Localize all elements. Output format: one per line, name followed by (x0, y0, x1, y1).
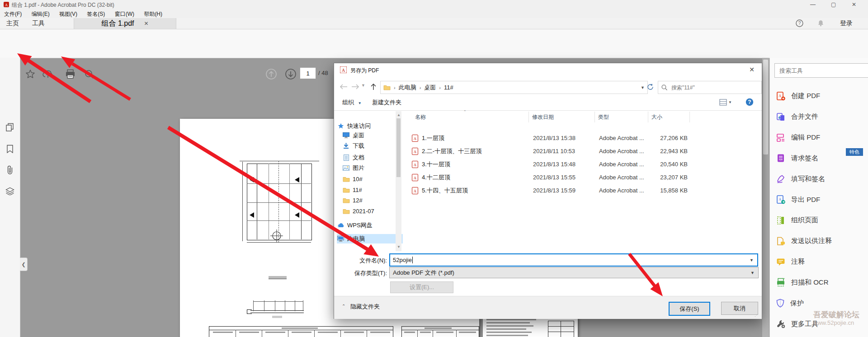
sign-in-link[interactable]: 登录 (840, 19, 853, 28)
close-button[interactable]: ✕ (852, 1, 856, 8)
file-size: 20,540 KB (652, 161, 688, 168)
breadcrumb-folder-11[interactable]: 11# (444, 84, 453, 91)
settings-button[interactable]: 设置(E)... (390, 281, 453, 293)
column-header-type[interactable]: 类型 (598, 113, 609, 121)
tool-organize-pages[interactable]: 组织页面 (770, 210, 868, 231)
folder-icon (342, 197, 350, 203)
tab-document[interactable]: 组合 1.pdf ✕ (74, 18, 176, 29)
tab-close-icon[interactable]: ✕ (144, 20, 148, 27)
tool-comment[interactable]: 注释 (770, 252, 868, 272)
scrollbar-thumb[interactable] (396, 118, 401, 177)
sidebar-item-documents[interactable]: 文档 (342, 153, 403, 162)
nav-back-button[interactable] (338, 81, 349, 93)
svg-text:A: A (779, 94, 782, 98)
savetype-dropdown[interactable]: Adobe PDF 文件 (*.pdf) ▼ (389, 267, 759, 278)
tool-fill-sign[interactable]: 填写和签名 (770, 168, 868, 189)
sidebar-item-pictures[interactable]: 图片 (342, 163, 403, 173)
resize-grip[interactable]: ⋰ (755, 313, 759, 317)
column-divider[interactable] (528, 112, 529, 122)
search-menu-button[interactable] (81, 66, 97, 82)
dialog-search-input[interactable] (670, 84, 745, 91)
chevron-left-icon: ❮ (21, 262, 25, 267)
file-row[interactable]: A 3.十一层顶 2021/8/13 15:48 Adobe Acrobat .… (412, 158, 689, 170)
dialog-search-box[interactable] (658, 81, 762, 94)
organize-button[interactable]: 组织 ▼ (342, 98, 362, 107)
cancel-dialog-button[interactable]: 取消 (721, 302, 758, 315)
tool-send-for-comments[interactable]: 发送以供注释 (770, 231, 868, 252)
page-thumbnails-button[interactable] (5, 122, 15, 132)
tool-edit-pdf[interactable]: 编辑 PDF (770, 127, 868, 148)
tools-search-box[interactable] (774, 63, 868, 78)
document-scrollbar[interactable] (762, 58, 769, 337)
file-row[interactable]: A 2.二-十层顶、十三层顶 2021/8/11 10:53 Adobe Acr… (412, 145, 689, 157)
column-header-size[interactable]: 大小 (651, 113, 662, 121)
breadcrumb-bar[interactable]: › 此电脑 › 桌面 › 11# ▼ (380, 81, 648, 94)
scroll-down-icon[interactable]: ▼ (397, 245, 401, 249)
bookmarks-button[interactable] (5, 144, 15, 154)
layers-button[interactable] (5, 186, 15, 196)
text-caret (412, 257, 413, 263)
column-divider[interactable] (689, 112, 690, 122)
dialog-sidebar: 快速访问 桌面 下载 文档 图片 (337, 114, 405, 251)
sidebar-item-folder-11[interactable]: 11# (342, 185, 403, 195)
previous-page-button[interactable] (264, 66, 279, 82)
breadcrumb-this-pc[interactable]: 此电脑 (399, 84, 416, 92)
file-date: 2021/8/13 15:55 (533, 174, 599, 181)
tab-home[interactable]: 主页 (6, 19, 19, 28)
sidebar-scrollbar[interactable]: ▲ ▼ (396, 111, 401, 251)
save-confirm-button[interactable]: 保存(S) (669, 302, 710, 316)
new-folder-button[interactable]: 新建文件夹 (372, 98, 401, 107)
scrollbar-thumb[interactable] (763, 60, 768, 154)
dialog-help-button[interactable]: ? (745, 98, 754, 106)
nav-up-button[interactable] (368, 81, 379, 93)
dialog-title-bar[interactable]: A 另存为 PDF ✕ (334, 63, 762, 77)
edit-pdf-icon (776, 133, 785, 142)
column-divider[interactable] (594, 112, 595, 122)
file-row[interactable]: A 5.十四、十五层顶 2021/8/13 15:59 Adobe Acroba… (412, 184, 689, 197)
share-upload-button[interactable] (40, 66, 56, 82)
file-date: 2021/8/13 15:59 (533, 187, 599, 194)
hide-folders-button[interactable]: 隐藏文件夹 (350, 303, 380, 311)
sidebar-item-downloads[interactable]: 下载 (342, 141, 403, 150)
column-header-date[interactable]: 修改日期 (532, 113, 554, 121)
nav-forward-button[interactable] (349, 81, 361, 93)
tool-create-pdf[interactable]: A 创建 PDF (770, 86, 868, 107)
print-button[interactable] (62, 66, 78, 82)
page-number-input[interactable]: 1 (300, 67, 316, 79)
tab-tools[interactable]: 工具 (32, 19, 45, 28)
minimize-button[interactable]: — (810, 1, 816, 8)
dialog-close-button[interactable]: ✕ (742, 63, 762, 76)
chevron-down-icon: ▼ (750, 271, 755, 275)
maximize-button[interactable]: ▢ (831, 1, 836, 8)
tool-scan-ocr[interactable]: 扫描和 OCR (770, 272, 868, 293)
sidebar-item-quick-access[interactable]: 快速访问 (337, 121, 397, 131)
attachments-button[interactable] (5, 165, 15, 175)
pdf-file-icon: A (412, 135, 422, 142)
sidebar-item-folder-12[interactable]: 12# (342, 196, 403, 205)
sidebar-item-folder-2021-07[interactable]: 2021-07 (342, 206, 403, 216)
collapse-panel-handle[interactable]: ❮ (20, 257, 28, 271)
next-page-button[interactable] (283, 66, 298, 82)
sidebar-item-this-pc[interactable]: 此电脑 (337, 234, 403, 243)
scroll-up-icon[interactable]: ▲ (397, 113, 401, 117)
view-mode-dropdown-icon[interactable]: ▼ (728, 100, 732, 104)
tools-search-input[interactable] (778, 67, 867, 75)
help-icon[interactable]: ? (796, 19, 803, 27)
breadcrumb-desktop[interactable]: 桌面 (424, 84, 436, 92)
column-divider[interactable] (648, 112, 648, 122)
file-row[interactable]: A 1.一层顶 2021/8/13 15:38 Adobe Acrobat ..… (412, 132, 689, 144)
tool-combine-files[interactable]: 合并文件 (770, 107, 868, 127)
notifications-bell-icon[interactable] (817, 20, 824, 27)
sidebar-item-wps-cloud[interactable]: WPS网盘 (337, 220, 397, 230)
sidebar-item-folder-10[interactable]: 10# (342, 174, 403, 184)
filename-input[interactable]: 52pojie ▼ (389, 253, 758, 267)
refresh-button[interactable] (644, 81, 656, 93)
nav-history-dropdown[interactable]: ▼ (361, 83, 365, 88)
view-mode-button[interactable] (719, 99, 727, 106)
tool-export-pdf[interactable]: A 导出 PDF (770, 189, 868, 210)
star-favorites-button[interactable] (23, 66, 38, 82)
chevron-down-icon[interactable]: ▼ (750, 258, 754, 262)
column-header-name[interactable]: 名称 (415, 113, 426, 121)
file-row[interactable]: A 4.十二层顶 2021/8/13 15:55 Adobe Acrobat .… (412, 171, 689, 183)
sidebar-item-desktop[interactable]: 桌面 (342, 131, 403, 140)
